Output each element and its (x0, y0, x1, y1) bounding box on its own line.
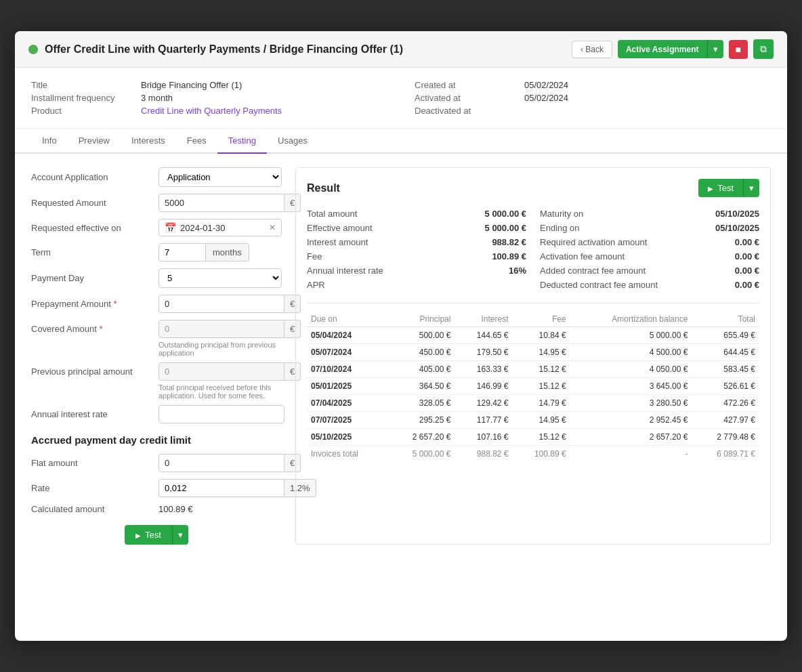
tab-fees[interactable]: Fees (176, 129, 217, 154)
meta-title-label: Title (31, 80, 133, 90)
cell-fee: 14.79 € (513, 395, 570, 412)
prepayment-label: Prepayment Amount * (31, 299, 153, 309)
cell-principal: 328.05 € (387, 395, 455, 412)
cell-total: 427.97 € (692, 412, 759, 429)
payment-day-row: Payment Day 5 (31, 268, 282, 288)
requested-amount-wrapper: € (159, 194, 301, 212)
footer-total: 6 089.71 € (692, 446, 759, 463)
col-amortization: Amortization balance (570, 312, 692, 327)
cell-total: 583.45 € (692, 361, 759, 378)
covered-required: * (99, 324, 102, 334)
account-application-row: Account Application Application (31, 167, 282, 187)
cell-principal: 405.00 € (387, 361, 455, 378)
cell-due-on: 05/10/2025 (307, 429, 387, 446)
col-fee: Fee (513, 312, 570, 327)
cell-interest: 144.65 € (455, 327, 512, 344)
cell-principal: 2 657.20 € (387, 429, 455, 446)
footer-interest: 988.82 € (455, 446, 512, 463)
table-footer-row: Invoices total 5 000.00 € 988.82 € 100.8… (307, 446, 759, 463)
save-button[interactable]: ■ (729, 40, 748, 59)
back-button[interactable]: ‹ Back (572, 41, 612, 58)
footer-principal: 5 000.00 € (387, 446, 455, 463)
result-right: Maturity on 05/10/2025 Ending on 05/10/2… (540, 207, 759, 292)
result-maturity: Maturity on 05/10/2025 (540, 207, 759, 221)
active-assignment-caret[interactable]: ▾ (707, 40, 723, 58)
flat-amount-row: Flat amount € (31, 454, 282, 472)
col-interest: Interest (455, 312, 512, 327)
cell-fee: 15.12 € (513, 429, 570, 446)
result-fee: Fee 100.89 € (307, 249, 526, 264)
requested-amount-input[interactable] (159, 194, 284, 212)
flat-amount-input[interactable] (159, 454, 284, 472)
table-header-row: Due on Principal Interest Fee Amortizati… (307, 312, 759, 327)
test-button-caret[interactable]: ▾ (743, 179, 759, 197)
tab-interests[interactable]: Interests (121, 129, 176, 154)
page-title: Offer Credit Line with Quarterly Payment… (45, 43, 403, 56)
col-due-on: Due on (307, 312, 387, 327)
date-clear-button[interactable]: ✕ (269, 223, 276, 232)
meta-installment-value: 3 month (141, 93, 173, 103)
term-unit: months (206, 243, 249, 261)
play-icon (135, 530, 141, 540)
meta-deactivated-label: Deactivated at (415, 106, 516, 116)
table-footer: Invoices total 5 000.00 € 988.82 € 100.8… (307, 446, 759, 463)
active-assignment-button[interactable]: Active Assignment (618, 40, 707, 58)
calendar-icon: 📅 (165, 222, 176, 233)
title-bar-right: ‹ Back Active Assignment ▾ ■ ⧉ (572, 39, 774, 59)
tab-preview[interactable]: Preview (68, 129, 121, 154)
result-annual-rate: Annual interest rate 16% (307, 264, 526, 278)
result-grid: Total amount 5 000.00 € Effective amount… (307, 207, 759, 292)
cell-amortization: 3 645.00 € (570, 378, 692, 395)
table-row: 05/10/2025 2 657.20 € 107.16 € 15.12 € 2… (307, 429, 759, 446)
test-button[interactable]: Test (698, 179, 743, 197)
meta-product-link[interactable]: Credit Line with Quarterly Payments (141, 106, 282, 116)
covered-amount-input[interactable] (159, 320, 284, 338)
effective-on-value: 2024-01-30 (180, 223, 265, 233)
meta-title-value: Bridge Financing Offer (1) (141, 80, 242, 90)
previous-principal-row: Previous principal amount € (31, 362, 282, 381)
payment-day-select[interactable]: 5 (159, 268, 282, 288)
tab-usages[interactable]: Usages (267, 129, 318, 154)
calculated-label: Calculated amount (31, 504, 153, 514)
cell-interest: 107.16 € (455, 429, 512, 446)
meta-installment-row: Installment frequency 3 month (31, 91, 387, 104)
table-row: 05/01/2025 364.50 € 146.99 € 15.12 € 3 6… (307, 378, 759, 395)
cell-due-on: 05/01/2025 (307, 378, 387, 395)
prepayment-input[interactable] (159, 295, 284, 313)
annual-rate-input[interactable] (159, 405, 284, 423)
status-dot (28, 45, 38, 54)
requested-amount-row: Requested Amount € (31, 194, 282, 212)
footer-amortization: - (570, 446, 692, 463)
tab-info[interactable]: Info (31, 129, 68, 154)
term-label: Term (31, 247, 153, 257)
table-section: Due on Principal Interest Fee Amortizati… (307, 303, 759, 462)
previous-principal-helper: Total principal received before this app… (31, 383, 282, 400)
copy-button[interactable]: ⧉ (753, 39, 774, 59)
result-interest-amount: Interest amount 988.82 € (307, 235, 526, 249)
effective-on-wrapper[interactable]: 📅 2024-01-30 ✕ (159, 219, 282, 236)
bottom-test-button[interactable]: Test (125, 525, 172, 545)
previous-principal-label: Previous principal amount (31, 366, 153, 377)
flat-amount-label: Flat amount (31, 458, 153, 468)
meta-section: Title Bridge Financing Offer (1) Install… (15, 68, 787, 129)
account-application-select[interactable]: Application (159, 167, 282, 187)
cell-total: 472.26 € (692, 395, 759, 412)
rate-input[interactable] (159, 479, 284, 497)
cell-principal: 364.50 € (387, 378, 455, 395)
prepayment-wrapper: € (159, 295, 301, 313)
bottom-test-caret[interactable]: ▾ (172, 525, 188, 545)
term-input[interactable] (159, 243, 206, 261)
table-row: 05/07/2024 450.00 € 179.50 € 14.95 € 4 5… (307, 344, 759, 361)
cell-due-on: 05/07/2024 (307, 344, 387, 361)
cell-due-on: 07/04/2025 (307, 395, 387, 412)
cell-principal: 295.25 € (387, 412, 455, 429)
cell-interest: 163.33 € (455, 361, 512, 378)
tab-testing[interactable]: Testing (217, 129, 267, 154)
cell-interest: 129.42 € (455, 395, 512, 412)
cell-fee: 14.95 € (513, 412, 570, 429)
previous-principal-input[interactable] (159, 362, 284, 381)
right-panel: Result Test ▾ Total amount 5 000.00 € (295, 167, 771, 545)
rate-input-wrapper: 1.2% (159, 479, 316, 497)
cell-amortization: 2 657.20 € (570, 429, 692, 446)
amortization-table: Due on Principal Interest Fee Amortizati… (307, 312, 759, 462)
